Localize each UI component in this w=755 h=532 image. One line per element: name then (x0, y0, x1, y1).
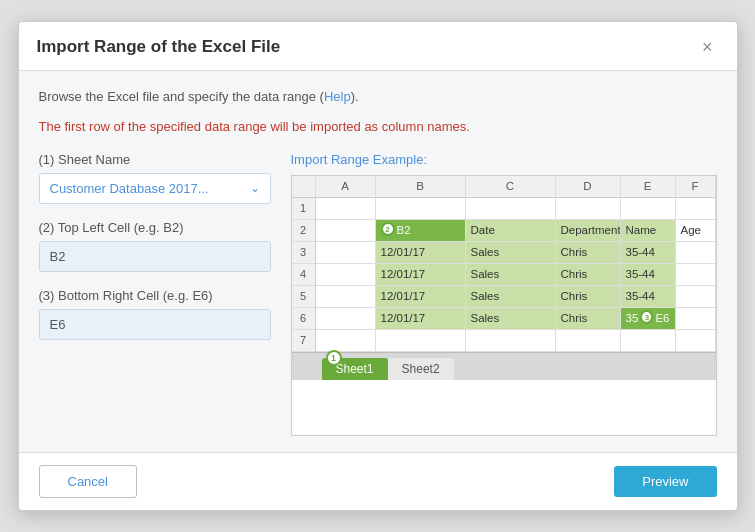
cell-c5: Sales (466, 286, 556, 308)
cell-f5 (676, 286, 716, 308)
bottom-right-input[interactable] (39, 309, 271, 340)
cell-a7 (316, 330, 376, 352)
col-header-a: A (316, 176, 376, 198)
col-header-c: C (466, 176, 556, 198)
close-button[interactable]: × (696, 36, 719, 58)
sheet-tab-sheet1[interactable]: 1 Sheet1 (322, 358, 388, 380)
row-num-4: 4 (292, 264, 316, 286)
cell-b2-text: B2 (397, 224, 411, 236)
cell-c7 (466, 330, 556, 352)
sheet-name-group: (1) Sheet Name Customer Database 2017...… (39, 152, 271, 204)
cell-d3: Chris (556, 242, 621, 264)
row-num-1: 1 (292, 198, 316, 220)
col-header-b: B (376, 176, 466, 198)
cell-e6-text: 35 (626, 312, 639, 324)
cell-a1 (316, 198, 376, 220)
cell-f1 (676, 198, 716, 220)
spreadsheet-container: A B C D E F 1 (291, 175, 717, 436)
cell-f7 (676, 330, 716, 352)
cell-a2 (316, 220, 376, 242)
dialog-body: Browse the Excel file and specify the da… (19, 71, 737, 452)
help-link[interactable]: Help (324, 89, 351, 104)
cell-c6: Sales (466, 308, 556, 330)
right-panel: Import Range Example: A B C D E F 1 (291, 152, 717, 436)
spreadsheet-grid: A B C D E F 1 (292, 176, 716, 352)
cell-d4: Chris (556, 264, 621, 286)
main-content: (1) Sheet Name Customer Database 2017...… (39, 152, 717, 436)
cell-c3: Sales (466, 242, 556, 264)
cell-b6: 12/01/17 (376, 308, 466, 330)
example-title: Import Range Example: (291, 152, 717, 167)
cell-d6: Chris (556, 308, 621, 330)
col-header-d: D (556, 176, 621, 198)
cell-e3: 35-44 (621, 242, 676, 264)
col-header-empty (292, 176, 316, 198)
cell-e2: Name (621, 220, 676, 242)
top-left-group: (2) Top Left Cell (e.g. B2) (39, 220, 271, 272)
cell-f2: Age (676, 220, 716, 242)
cell-b2: 2 B2 (376, 220, 466, 242)
cell-e4: 35-44 (621, 264, 676, 286)
cell-d5: Chris (556, 286, 621, 308)
cell-a5 (316, 286, 376, 308)
preview-button[interactable]: Preview (614, 466, 716, 497)
bottom-right-label: (3) Bottom Right Cell (e.g. E6) (39, 288, 271, 303)
left-panel: (1) Sheet Name Customer Database 2017...… (39, 152, 271, 436)
cell-c1 (466, 198, 556, 220)
sheet-name-value: Customer Database 2017... (50, 181, 209, 196)
sheet-name-label: (1) Sheet Name (39, 152, 271, 167)
dialog-header: Import Range of the Excel File × (19, 22, 737, 71)
row-num-3: 3 (292, 242, 316, 264)
import-dialog: Import Range of the Excel File × Browse … (18, 21, 738, 511)
cell-e7 (621, 330, 676, 352)
sheet-name-select[interactable]: Customer Database 2017... ⌄ (39, 173, 271, 204)
col-header-e: E (621, 176, 676, 198)
col-header-f: F (676, 176, 716, 198)
cell-c4: Sales (466, 264, 556, 286)
cell-d1 (556, 198, 621, 220)
cell-e6: 35 3 E6 (621, 308, 676, 330)
badge-3: 3 (640, 310, 653, 324)
cell-b4: 12/01/17 (376, 264, 466, 286)
cell-d7 (556, 330, 621, 352)
row-num-7: 7 (292, 330, 316, 352)
top-left-input[interactable] (39, 241, 271, 272)
cancel-button[interactable]: Cancel (39, 465, 137, 498)
cell-b5: 12/01/17 (376, 286, 466, 308)
cell-c2: Date (466, 220, 556, 242)
cell-b3: 12/01/17 (376, 242, 466, 264)
info-note: The first row of the specified data rang… (39, 118, 717, 136)
cell-a4 (316, 264, 376, 286)
dialog-title: Import Range of the Excel File (37, 37, 281, 57)
cell-f3 (676, 242, 716, 264)
cell-b7 (376, 330, 466, 352)
chevron-down-icon: ⌄ (250, 181, 260, 195)
cell-b1 (376, 198, 466, 220)
cell-a3 (316, 242, 376, 264)
row-num-6: 6 (292, 308, 316, 330)
row-num-2: 2 (292, 220, 316, 242)
cell-f4 (676, 264, 716, 286)
cell-d2: Department (556, 220, 621, 242)
badge-2: 2 (381, 222, 395, 236)
info-browse-text: Browse the Excel file and specify the da… (39, 87, 717, 108)
sheet-tabs-area: 1 Sheet1 Sheet2 (292, 352, 716, 380)
bottom-right-group: (3) Bottom Right Cell (e.g. E6) (39, 288, 271, 340)
cell-a6 (316, 308, 376, 330)
cell-e6-label: E6 (655, 312, 669, 324)
sheet-tab-sheet2[interactable]: Sheet2 (388, 358, 454, 380)
dialog-footer: Cancel Preview (19, 452, 737, 510)
cell-e5: 35-44 (621, 286, 676, 308)
badge-1: 1 (326, 350, 342, 366)
top-left-label: (2) Top Left Cell (e.g. B2) (39, 220, 271, 235)
cell-e1 (621, 198, 676, 220)
cell-f6 (676, 308, 716, 330)
row-num-5: 5 (292, 286, 316, 308)
